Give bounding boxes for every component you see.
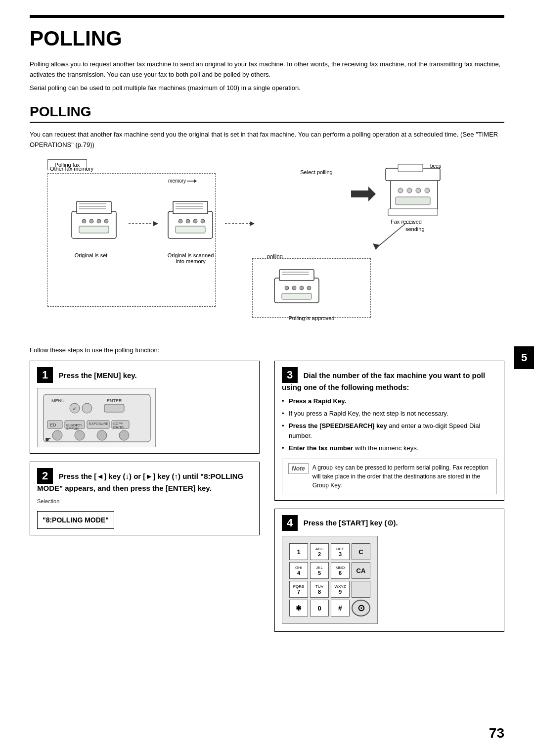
svg-point-67: [97, 430, 107, 440]
step-4-box: 4 Press the [START] key (⊙). 1 ABC2 DEF3…: [274, 509, 504, 632]
svg-rect-35: [388, 209, 438, 216]
svg-point-18: [186, 219, 190, 223]
svg-line-36: [376, 224, 405, 248]
svg-text:ENTER: ENTER: [107, 398, 122, 403]
svg-point-52: [82, 403, 92, 413]
right-column: 3 Dial the number of the fax machine you…: [274, 361, 504, 640]
bullet-2: If you press a Rapid Key, the next step …: [282, 409, 497, 419]
top-border: [30, 15, 504, 18]
step-1-title: Press the [MENU] key.: [59, 371, 137, 379]
note-icon: Note: [288, 463, 309, 474]
main-title: POLLING: [30, 27, 504, 50]
fax-machine-1: [64, 189, 124, 248]
polling-mode-display: "8:POLLING MODE": [37, 511, 114, 529]
page-number: 73: [489, 725, 504, 741]
svg-point-45: [300, 286, 304, 290]
arrow-1: [129, 219, 158, 229]
keypad-row-1: 1 ABC2 DEF3 C: [289, 543, 370, 560]
svg-point-5: [82, 219, 86, 223]
key-ca[interactable]: CA: [352, 562, 370, 579]
svg-marker-25: [250, 221, 255, 226]
steps-area: 1 Press the [MENU] key. MENU ↙: [30, 361, 504, 640]
section-description: You can request that another fax machine…: [30, 130, 504, 150]
key-star[interactable]: ✱: [289, 600, 308, 616]
svg-point-31: [407, 188, 412, 193]
key-9[interactable]: WXYZ9: [331, 581, 350, 598]
step-1-number: 1: [37, 367, 53, 383]
svg-marker-26: [351, 187, 376, 201]
svg-marker-11: [153, 221, 158, 226]
key-0[interactable]: 0: [310, 600, 329, 616]
svg-point-32: [416, 188, 421, 193]
selection-label: Selection: [37, 497, 252, 506]
key-3[interactable]: DEF3: [331, 543, 350, 560]
svg-text:↙: ↙: [73, 406, 77, 411]
memory-label: memory: [168, 178, 186, 184]
key-8[interactable]: TUV8: [310, 581, 329, 598]
key-c[interactable]: C: [352, 543, 370, 560]
key-7[interactable]: PQRS7: [289, 581, 308, 598]
beep-label: beep: [430, 163, 441, 169]
svg-point-30: [398, 188, 403, 193]
bullet-3: Press the [SPEED/SEARCH] key and enter a…: [282, 421, 497, 442]
svg-text:EXPOSURE: EXPOSURE: [89, 422, 108, 425]
memory-label-area: memory: [168, 178, 197, 184]
section-title: POLLING: [30, 104, 504, 123]
fax-machine-3: [267, 261, 326, 310]
bullet-1: Press a Rapid Key.: [282, 396, 497, 407]
svg-point-17: [178, 219, 182, 223]
select-polling-label: Select polling: [287, 169, 346, 175]
keypad-table: 1 ABC2 DEF3 C GHI4 JKL5 MNO6 CA: [287, 541, 372, 618]
memory-arrow: [187, 178, 197, 184]
key-6[interactable]: MNO6: [331, 562, 350, 579]
diagram-area: Polling fax Other fax memory Original is…: [30, 159, 504, 337]
key-empty: [352, 581, 370, 598]
step-4-number: 4: [282, 515, 298, 531]
original-scanned-label: Original is scannedinto memory: [152, 252, 229, 264]
svg-rect-21: [176, 226, 205, 233]
svg-text:RATIO: RATIO: [113, 425, 124, 429]
svg-rect-29: [398, 164, 423, 172]
svg-rect-12: [168, 211, 213, 238]
note-text: A group key can be pressed to perform se…: [312, 463, 490, 490]
svg-rect-40: [279, 270, 314, 281]
svg-point-20: [201, 219, 205, 223]
keypad-container: 1 ABC2 DEF3 C GHI4 JKL5 MNO6 CA: [282, 536, 378, 624]
step-2-box: 2 Press the [◄] key (↓) or [►] key (↑) u…: [30, 462, 260, 535]
intro-text-1: Polling allows you to request another fa…: [30, 59, 504, 80]
step-2-number: 2: [37, 468, 53, 484]
svg-point-19: [193, 219, 197, 223]
step-3-content: Press a Rapid Key. If you press a Rapid …: [282, 396, 497, 454]
key-start[interactable]: ⊙: [352, 600, 370, 616]
step-4-title: Press the [START] key (⊙).: [304, 519, 398, 527]
key-4[interactable]: GHI4: [289, 562, 308, 579]
svg-rect-54: [104, 404, 124, 412]
keypad-row-4: ✱ 0 # ⊙: [289, 600, 370, 616]
svg-marker-37: [373, 243, 380, 250]
fax-machine-2: [161, 189, 220, 248]
key-2[interactable]: ABC2: [310, 543, 329, 560]
step-3-title: Dial the number of the fax machine you w…: [282, 371, 485, 391]
page: POLLING Polling allows you to request an…: [0, 0, 534, 756]
note-box: Note A group key can be pressed to perfo…: [282, 459, 497, 494]
big-arrow-right: [351, 187, 376, 201]
svg-rect-0: [72, 211, 116, 238]
fax-polling-large: [381, 163, 445, 218]
key-5[interactable]: JKL5: [310, 562, 329, 579]
svg-rect-34: [396, 197, 430, 205]
keypad-row-2: GHI4 JKL5 MNO6 CA: [289, 562, 370, 579]
key-hash[interactable]: #: [331, 600, 350, 616]
svg-point-68: [119, 430, 129, 440]
left-column: 1 Press the [MENU] key. MENU ↙: [30, 361, 260, 640]
step-3-number: 3: [282, 367, 298, 383]
arrow-down-left: [366, 221, 415, 251]
svg-text:SP.FUN: SP.FUN: [66, 427, 79, 430]
svg-rect-47: [282, 293, 312, 299]
svg-rect-13: [173, 201, 208, 214]
svg-point-46: [307, 286, 311, 290]
key-1[interactable]: 1: [289, 543, 308, 560]
chapter-number: 5: [521, 351, 527, 364]
svg-point-44: [292, 286, 296, 290]
original-is-set-label: Original is set: [56, 252, 126, 258]
step-2-title: Press the [◄] key (↓) or [►] key (↑) unt…: [37, 472, 243, 492]
